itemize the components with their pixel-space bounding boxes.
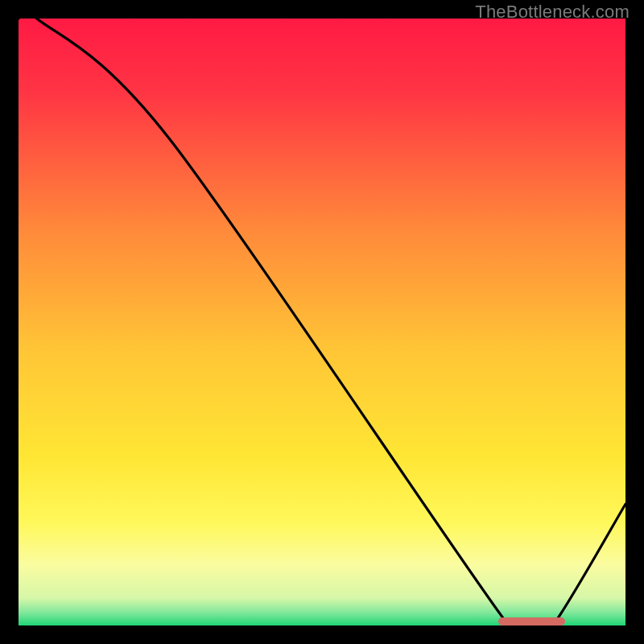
svg-rect-0 <box>19 19 625 625</box>
chart-background-gradient <box>19 19 625 625</box>
watermark-text: TheBottleneck.com <box>475 2 630 23</box>
optimum-range-marker <box>498 617 565 625</box>
chart-area <box>19 19 625 625</box>
